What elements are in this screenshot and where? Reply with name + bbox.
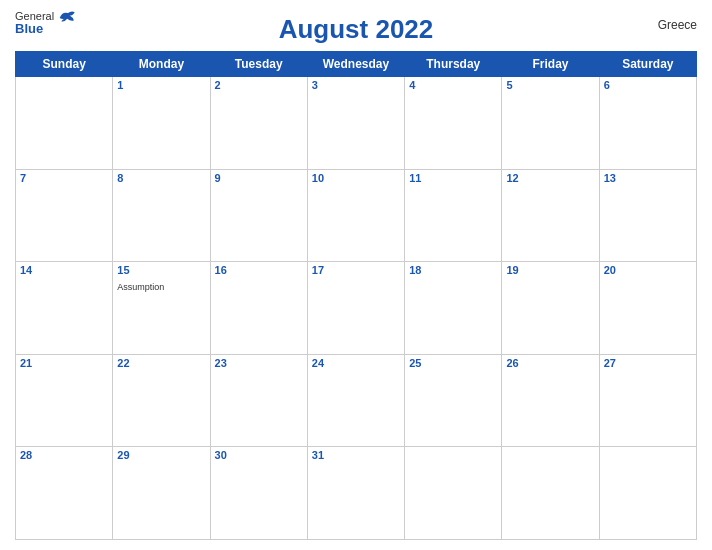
calendar-day-cell: 8 (113, 169, 210, 262)
day-number: 21 (20, 357, 108, 369)
day-header-tuesday: Tuesday (210, 52, 307, 77)
calendar-day-cell: 10 (307, 169, 404, 262)
logo-blue: Blue (15, 22, 54, 36)
calendar-day-cell: 19 (502, 262, 599, 355)
day-header-wednesday: Wednesday (307, 52, 404, 77)
calendar-day-cell: 24 (307, 354, 404, 447)
day-number: 3 (312, 79, 400, 91)
logo: General Blue (15, 10, 78, 36)
day-number: 20 (604, 264, 692, 276)
calendar-day-cell: 7 (16, 169, 113, 262)
day-number: 22 (117, 357, 205, 369)
calendar-day-cell (405, 447, 502, 540)
calendar-body: 123456789101112131415Assumption161718192… (16, 77, 697, 540)
calendar-day-cell: 25 (405, 354, 502, 447)
calendar-day-cell: 31 (307, 447, 404, 540)
calendar-day-cell (599, 447, 696, 540)
calendar-title: August 2022 (279, 14, 434, 45)
day-number: 23 (215, 357, 303, 369)
day-number: 29 (117, 449, 205, 461)
calendar-day-cell: 29 (113, 447, 210, 540)
day-header-sunday: Sunday (16, 52, 113, 77)
day-header-thursday: Thursday (405, 52, 502, 77)
calendar-day-cell: 2 (210, 77, 307, 170)
day-number: 17 (312, 264, 400, 276)
day-header-saturday: Saturday (599, 52, 696, 77)
day-number: 11 (409, 172, 497, 184)
calendar-day-cell: 30 (210, 447, 307, 540)
day-number: 13 (604, 172, 692, 184)
day-number: 26 (506, 357, 594, 369)
day-number: 4 (409, 79, 497, 91)
calendar-week-row: 21222324252627 (16, 354, 697, 447)
calendar-day-cell: 12 (502, 169, 599, 262)
day-number: 31 (312, 449, 400, 461)
calendar-day-cell: 27 (599, 354, 696, 447)
calendar-day-cell: 9 (210, 169, 307, 262)
calendar-day-cell: 23 (210, 354, 307, 447)
day-number: 30 (215, 449, 303, 461)
day-number: 5 (506, 79, 594, 91)
day-number: 27 (604, 357, 692, 369)
calendar-header: General Blue August 2022 Greece (15, 10, 697, 45)
day-number: 12 (506, 172, 594, 184)
day-header-friday: Friday (502, 52, 599, 77)
day-number: 1 (117, 79, 205, 91)
calendar-header-row: SundayMondayTuesdayWednesdayThursdayFrid… (16, 52, 697, 77)
day-number: 16 (215, 264, 303, 276)
calendar-day-cell: 4 (405, 77, 502, 170)
day-number: 7 (20, 172, 108, 184)
day-number: 24 (312, 357, 400, 369)
calendar-day-cell: 6 (599, 77, 696, 170)
calendar-day-cell: 1 (113, 77, 210, 170)
calendar-day-cell: 13 (599, 169, 696, 262)
day-number: 15 (117, 264, 205, 276)
calendar-week-row: 1415Assumption1617181920 (16, 262, 697, 355)
calendar-day-cell: 18 (405, 262, 502, 355)
calendar-day-cell: 28 (16, 447, 113, 540)
calendar-week-row: 123456 (16, 77, 697, 170)
calendar-day-cell: 14 (16, 262, 113, 355)
day-number: 2 (215, 79, 303, 91)
calendar-day-cell (16, 77, 113, 170)
calendar-day-cell (502, 447, 599, 540)
country-label: Greece (658, 18, 697, 32)
day-header-monday: Monday (113, 52, 210, 77)
calendar-day-cell: 26 (502, 354, 599, 447)
day-event: Assumption (117, 282, 164, 292)
day-number: 19 (506, 264, 594, 276)
calendar-day-cell: 22 (113, 354, 210, 447)
calendar-day-cell: 20 (599, 262, 696, 355)
logo-bird-icon (58, 8, 78, 28)
calendar-day-cell: 15Assumption (113, 262, 210, 355)
day-number: 18 (409, 264, 497, 276)
day-number: 8 (117, 172, 205, 184)
calendar-day-cell: 3 (307, 77, 404, 170)
calendar-table: SundayMondayTuesdayWednesdayThursdayFrid… (15, 51, 697, 540)
calendar-day-cell: 16 (210, 262, 307, 355)
calendar-week-row: 28293031 (16, 447, 697, 540)
calendar-day-cell: 21 (16, 354, 113, 447)
day-number: 14 (20, 264, 108, 276)
day-number: 25 (409, 357, 497, 369)
calendar-day-cell: 17 (307, 262, 404, 355)
day-number: 28 (20, 449, 108, 461)
day-number: 6 (604, 79, 692, 91)
day-number: 10 (312, 172, 400, 184)
calendar-week-row: 78910111213 (16, 169, 697, 262)
calendar-day-cell: 5 (502, 77, 599, 170)
calendar-day-cell: 11 (405, 169, 502, 262)
day-number: 9 (215, 172, 303, 184)
